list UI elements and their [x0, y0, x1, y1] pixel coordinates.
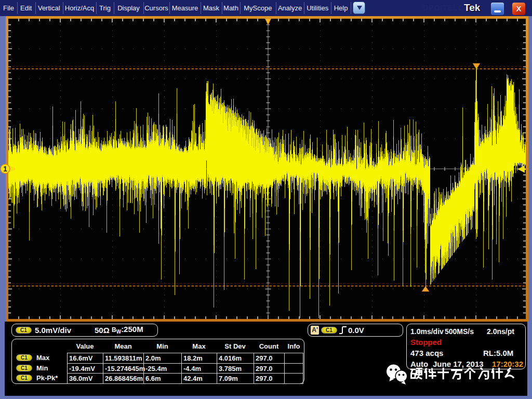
svg-text:1: 1	[3, 165, 7, 173]
